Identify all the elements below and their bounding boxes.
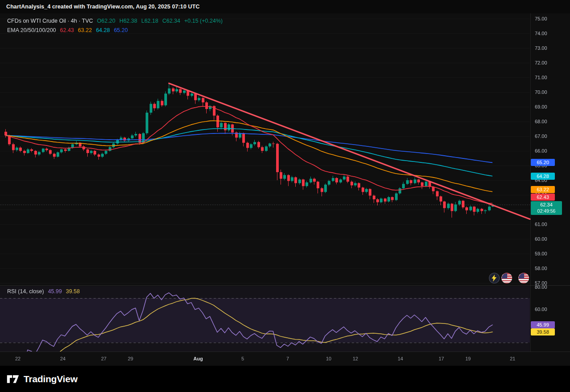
attribution-bar: ChartAnalysis_4 created with TradingView… — [0, 0, 570, 13]
us-flag-icon[interactable] — [501, 273, 512, 283]
symbol-legend-row[interactable]: CFDs on WTI Crude Oil · 4h · TVC O62.20 … — [7, 16, 223, 25]
tradingview-logo-icon[interactable] — [6, 374, 20, 384]
ohlc-close: C62.34 — [162, 18, 180, 24]
ohlc-open: O62.20 — [97, 18, 115, 24]
rsi-value: 45.99 — [48, 288, 62, 295]
ohlc-low: L62.18 — [141, 18, 158, 24]
lightning-bolt-icon — [492, 275, 497, 282]
rsi-axis-label[interactable]: 45.99 — [531, 321, 555, 328]
rsi-ma-axis-label[interactable]: 39.58 — [531, 328, 555, 335]
bar-countdown: 02:49:56 — [537, 208, 556, 214]
ema200-value: 65.20 — [114, 27, 128, 33]
axis-label-ema20[interactable]: 62.43 — [531, 194, 555, 201]
ema100-value: 64.28 — [96, 27, 110, 33]
tradingview-wordmark[interactable]: TradingView — [24, 374, 77, 384]
price-change: +0.15 (+0.24%) — [184, 18, 223, 24]
ema50-value: 63.22 — [78, 27, 92, 33]
ohlc-high: H62.38 — [119, 18, 137, 24]
attribution-text: ChartAnalysis_4 created with TradingView… — [6, 4, 200, 10]
us-flag-icon[interactable] — [518, 273, 529, 283]
rsi-ma-value: 39.58 — [66, 288, 80, 295]
main-chart-canvas[interactable] — [0, 13, 570, 366]
flash-icon[interactable] — [489, 273, 500, 283]
current-price-label[interactable]: 62.34 02:49:56 — [531, 201, 562, 215]
ema20-value: 62.43 — [60, 27, 74, 33]
ema-legend-row[interactable]: EMA 20/50/100/200 62.43 63.22 64.28 65.2… — [7, 25, 223, 35]
axis-label-ema200[interactable]: 65.20 — [531, 159, 555, 166]
ema-indicator-title[interactable]: EMA 20/50/100/200 — [7, 27, 56, 33]
current-price-value: 62.34 — [540, 202, 553, 208]
rsi-legend-row[interactable]: RSI (14, close) 45.99 39.58 — [7, 288, 80, 295]
symbol-title[interactable]: CFDs on WTI Crude Oil · 4h · TVC — [7, 18, 93, 24]
axis-label-ema50[interactable]: 63.22 — [531, 186, 555, 193]
axis-label-ema100[interactable]: 64.28 — [531, 173, 555, 180]
footer-bar: TradingView — [0, 366, 570, 392]
rsi-indicator-title[interactable]: RSI (14, close) — [7, 288, 44, 295]
chart-legend: CFDs on WTI Crude Oil · 4h · TVC O62.20 … — [7, 16, 223, 35]
